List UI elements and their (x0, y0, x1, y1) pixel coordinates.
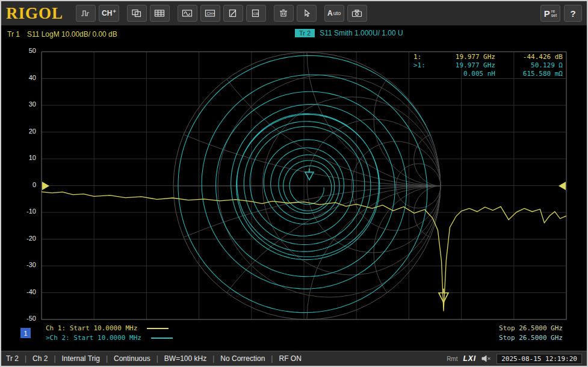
remote-indicator: Rmt (447, 356, 457, 362)
marker-readout-row: 1:19.977 GHz-44.426 dB (413, 53, 563, 61)
y-axis-tick-label: -50 (10, 315, 36, 322)
status-item: RF ON (279, 354, 301, 363)
meas-waveform-button[interactable] (76, 5, 96, 22)
status-item: Continuous (114, 354, 150, 363)
ch2-info-row: >Ch 2: Start 10.0000 MHz (46, 334, 173, 342)
trace2-info[interactable]: Tr 2 S11 Smith 1.000U/ 1.00 U (295, 29, 403, 37)
window-number-badge[interactable]: 1 (20, 328, 31, 338)
rigol-logo: RIGOL (6, 5, 63, 22)
waveform-icon (81, 9, 91, 17)
trace1-detail: S11 LogM 10.00dB/ 0.00 dB (27, 30, 117, 39)
mute-icon (481, 355, 491, 362)
delete-button[interactable] (274, 5, 294, 22)
datetime: 2025-08-15 12:19:20 (497, 354, 582, 364)
y-axis-tick-label: 30 (10, 100, 36, 108)
help-button[interactable]: ? (564, 5, 582, 22)
svg-text:CH+: CH+ (207, 11, 215, 16)
trace2-detail: S11 Smith 1.000U/ 1.00 U (320, 29, 403, 37)
trace1-info[interactable]: Tr 1 S11 LogM 10.00dB/ 0.00 dB (7, 30, 117, 39)
trace2-badge: Tr 2 (295, 29, 315, 37)
edit-file-icon (227, 9, 238, 17)
status-item: Tr 2 (6, 354, 19, 363)
status-item: Internal Trig (62, 354, 100, 363)
marker-readout-row: >1:19.977 GHz50.129 Ω (413, 61, 563, 70)
auto-scale-button[interactable]: Auto (324, 5, 344, 22)
chart-area[interactable] (41, 51, 567, 320)
recall-file-icon: CR (250, 9, 261, 17)
y-axis-tick-label: 50 (10, 47, 36, 54)
trace-window-button[interactable] (178, 5, 197, 22)
trash-icon (278, 9, 289, 17)
marker-readout-row: 0.005 nH615.580 mΩ (413, 70, 563, 78)
y-axis-tick-label: 40 (10, 74, 36, 81)
screenshot-button[interactable] (347, 5, 367, 22)
y-axis-tick-label: -40 (10, 288, 36, 295)
y-axis-tick-label: -30 (10, 261, 36, 268)
y-axis-tick-label: 10 (10, 154, 36, 161)
table-icon (154, 9, 165, 17)
y-axis-tick-label: -20 (10, 235, 36, 242)
ch1-line-swatch (147, 328, 169, 329)
table-view-button[interactable] (150, 5, 170, 22)
ch1-start-label: Ch 1: Start 10.0000 MHz (46, 324, 137, 332)
trace-annotation-bar: Tr 1 S11 LogM 10.00dB/ 0.00 dB Tr 2 S11 … (1, 26, 587, 42)
y-axis-tick-label: -10 (10, 208, 36, 215)
status-item: No Correction (220, 354, 265, 363)
ch2-start-label: >Ch 2: Start 10.0000 MHz (46, 334, 141, 342)
ch2-line-swatch (151, 338, 173, 339)
touch-cursor-button[interactable] (297, 5, 317, 22)
top-toolbar: RIGOL CH+ CH+ CR (1, 1, 587, 26)
trace1-label: Tr 1 (7, 30, 20, 39)
status-items: Tr 2|Ch 2|Internal Trig|Continuous|BW=10… (6, 354, 302, 363)
lxi-indicator: LXI (463, 354, 476, 363)
pointer-icon (301, 9, 312, 17)
marker-readout: 1:19.977 GHz-44.426 dB>1:19.977 GHz50.12… (413, 53, 563, 78)
channel-window-button[interactable]: CH+ (200, 5, 220, 22)
ch1-info-row: Ch 1: Start 10.0000 MHz (46, 324, 169, 332)
ch2-stop-label: Stop 26.5000 GHz (499, 334, 563, 342)
status-item: Ch 2 (32, 354, 48, 363)
svg-text:CR: CR (253, 12, 259, 16)
file-recall-button[interactable]: CR (246, 5, 266, 22)
display-layout-button[interactable] (127, 5, 147, 22)
status-item: BW=100 kHz (164, 354, 206, 363)
windows-icon (131, 9, 142, 17)
preset-button[interactable]: P re set (540, 5, 560, 22)
camera-icon (351, 9, 362, 17)
file-edit-button[interactable] (223, 5, 243, 22)
ch-plus-button[interactable]: CH+ (99, 5, 119, 22)
ch1-stop-label: Stop 26.5000 GHz (499, 324, 563, 332)
status-bar: Tr 2|Ch 2|Internal Trig|Continuous|BW=10… (1, 351, 587, 366)
y-axis-tick-label: 20 (10, 128, 36, 135)
y-axis-tick-label: 0 (10, 181, 36, 188)
channel-window-icon: CH+ (205, 9, 215, 17)
vna-screen: RIGOL CH+ CH+ CR (0, 0, 588, 367)
trace-window-icon (182, 9, 193, 17)
